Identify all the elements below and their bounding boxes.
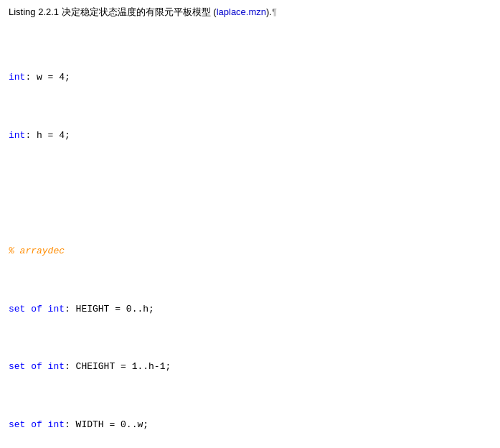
code-block: int: w = 4; int: h = 4; % arraydec set o… xyxy=(9,27,491,448)
code-line-3 xyxy=(9,187,491,201)
code-line-4: % arraydec xyxy=(9,244,491,258)
title-link[interactable]: laplace.mzn xyxy=(217,6,266,17)
code-line-5: set of int: HEIGHT = 0..h; xyxy=(9,302,491,317)
listing-title: Listing 2.2.1 决定稳定状态温度的有限元平板模型 (laplace.… xyxy=(9,6,491,19)
title-prefix: Listing 2.2.1 决定稳定状态温度的有限元平板模型 ( xyxy=(9,6,217,17)
code-line-2: int: h = 4; xyxy=(9,129,491,143)
title-suffix: ). xyxy=(266,6,272,17)
code-line-6: set of int: CHEIGHT = 1..h-1; xyxy=(9,360,491,374)
code-line-7: set of int: WIDTH = 0..w; xyxy=(9,418,491,432)
pilcrow-symbol: ¶ xyxy=(272,6,277,17)
main-container: Listing 2.2.1 决定稳定状态温度的有限元平板模型 (laplace.… xyxy=(0,0,500,448)
code-line-1: int: w = 4; xyxy=(9,70,491,85)
